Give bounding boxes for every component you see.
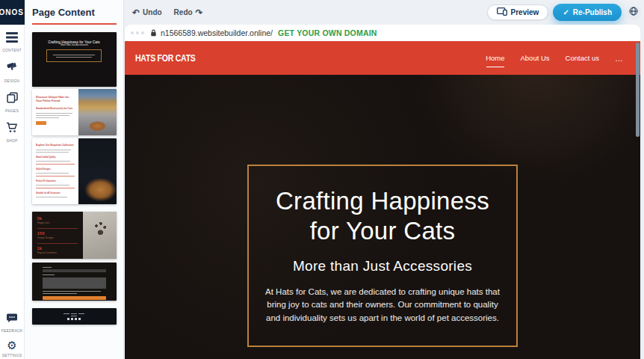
nav-item-contact[interactable]: Contact us	[566, 54, 599, 62]
text-line	[56, 57, 92, 58]
devices-icon	[497, 7, 507, 17]
thumb-textarea-field	[43, 277, 106, 289]
window-dot	[131, 31, 134, 34]
stat-row: 5k Happy Cats	[37, 216, 78, 229]
republish-label: Re-Publish	[573, 8, 612, 16]
text-line	[71, 313, 77, 314]
thumb-stats-list: 5k Happy Cats 150 Unique Designs 1k Repe…	[32, 212, 83, 259]
sidebar-item-pages[interactable]: PAGES	[0, 92, 25, 113]
panel-title-underline	[32, 23, 117, 25]
thumbnail-collection-section[interactable]: Explore Our Exquisite Collection Hand-Cr…	[32, 138, 117, 204]
redo-icon: ↷	[196, 9, 203, 16]
thumb-submit-button	[43, 296, 106, 300]
republish-button[interactable]: ✓ Re-Publish	[553, 4, 622, 21]
undo-icon: ↶	[132, 9, 140, 16]
footer-links-row	[64, 313, 84, 314]
text-line	[53, 55, 95, 55]
sidebar-item-label: SHOP	[7, 138, 18, 143]
item-label: Suitable for All Occasions	[36, 191, 74, 194]
preview-button[interactable]: Preview	[487, 4, 549, 20]
stat-value: 1k	[37, 246, 78, 251]
text-line	[64, 313, 69, 314]
thumbnail-stats-section[interactable]: 5k Happy Cats 150 Unique Designs 1k Repe…	[32, 212, 117, 259]
gear-icon: ⚙	[7, 340, 16, 351]
globe-icon	[629, 7, 638, 18]
stat-row: 1k Repeat Customers	[37, 246, 78, 256]
cat-street-photo	[78, 89, 117, 135]
rail-nav: CONTENT DESIGN PAGES SHOP	[0, 32, 24, 143]
thumbnail-discover-section[interactable]: Discover Unique Hats for Your Feline Fri…	[32, 89, 117, 135]
check-icon: ✓	[563, 8, 569, 16]
thumb-cta-button	[36, 121, 46, 125]
hero-body-text[interactable]: At Hats for Cats, we are dedicated to cr…	[259, 286, 506, 325]
stat-value: 5k	[37, 216, 78, 221]
nav-item-about[interactable]: About Us	[521, 54, 550, 62]
item-label: Perfect Fit Guarantee	[36, 180, 74, 182]
stat-value: 150	[37, 231, 78, 236]
thumb-input-field	[43, 269, 106, 272]
nav-item-home[interactable]: Home	[486, 54, 504, 62]
window-control-dots	[131, 31, 144, 34]
text-line	[36, 185, 70, 185]
language-globe-button[interactable]	[626, 5, 641, 20]
text-line	[36, 173, 69, 174]
stat-label: Happy Cats	[37, 221, 78, 224]
sidebar-item-shop[interactable]: SHOP	[0, 122, 25, 143]
sidebar-item-content[interactable]: CONTENT	[0, 32, 25, 52]
redo-button[interactable]: Redo ↷	[174, 8, 203, 16]
ionos-logo[interactable]: IONOS	[0, 0, 25, 25]
hero-title[interactable]: Crafting Happiness for Your Cats	[259, 186, 506, 245]
sidebar-item-feedback[interactable]: FEEDBACK	[0, 313, 25, 333]
hero-bordered-box: Crafting Happiness for Your Cats More th…	[247, 165, 518, 347]
undo-label: Undo	[143, 8, 162, 16]
toolbar-right-group: Preview ✓ Re-Publish	[487, 4, 641, 21]
divider	[36, 188, 75, 188]
text-line	[36, 161, 71, 162]
site-nav: Home About Us Contact us …	[486, 54, 624, 63]
sidebar-item-label: FEEDBACK	[1, 328, 23, 333]
sidebar-item-settings[interactable]: ⚙ SETTINGS	[0, 340, 25, 358]
sidebar-item-label: SETTINGS	[2, 353, 22, 358]
thumb-collection-item: Hand-Crafted Quality	[36, 156, 75, 165]
thumb-collection-heading: Explore Our Exquisite Collection	[36, 144, 75, 147]
text-line	[36, 117, 59, 118]
browser-chrome-bar: n1566589.websitebuilder.online/ GET YOUR…	[125, 25, 640, 41]
social-icons-row	[67, 318, 81, 320]
thumbnail-contact-form-section[interactable]	[32, 263, 117, 301]
thumb-discover-subheading: Handcrafted Exclusively for Cats	[36, 107, 74, 110]
thumbnail-hero-section[interactable]: Crafting Happiness for Your Cats More th…	[32, 32, 117, 87]
nav-more-menu[interactable]: …	[615, 54, 624, 63]
redo-label: Redo	[174, 8, 193, 16]
text-line	[43, 291, 101, 292]
divider	[36, 164, 75, 165]
canvas-toolbar: ↶ Undo Redo ↷ Preview ✓ Re-Publish	[125, 0, 644, 25]
text-line	[36, 113, 72, 114]
sidebar-item-design[interactable]: DESIGN	[0, 61, 25, 83]
stat-label: Unique Designs	[37, 236, 78, 239]
site-brand-logo[interactable]: HATS FOR CATS	[135, 53, 196, 64]
thumbnail-footer-section[interactable]	[32, 308, 117, 325]
left-rail: IONOS CONTENT DESIGN PAGES	[0, 0, 25, 359]
social-icon	[78, 318, 81, 320]
hero-subtitle[interactable]: More than Just Accessories	[259, 258, 506, 274]
website-preview: HATS FOR CATS Home About Us Contact us ……	[125, 41, 640, 359]
thumb-collection-item: Stylish Designs	[36, 168, 75, 177]
thumb-hero-bordered-box	[46, 49, 102, 62]
section-thumbnails: Crafting Happiness for Your Cats More th…	[25, 32, 123, 325]
lock-icon	[150, 26, 157, 40]
site-url: n1566589.websitebuilder.online/	[161, 28, 273, 37]
stat-row: 150 Unique Designs	[37, 231, 78, 244]
paw-print-photo	[83, 212, 117, 259]
window-dot	[136, 31, 139, 34]
cat-fur-photo	[78, 138, 117, 204]
undo-redo-group: ↶ Undo Redo ↷	[132, 8, 203, 16]
sidebar-item-label: CONTENT	[2, 48, 22, 52]
canvas-scrollbar[interactable]	[636, 43, 640, 137]
thumb-collection-text: Explore Our Exquisite Collection Hand-Cr…	[32, 138, 78, 204]
undo-button[interactable]: ↶ Undo	[132, 8, 162, 16]
site-header: HATS FOR CATS Home About Us Contact us …	[125, 41, 640, 75]
text-line	[36, 152, 69, 153]
get-domain-link[interactable]: GET YOUR OWN DOMAIN	[278, 28, 377, 37]
panel-title: Page Content	[32, 7, 123, 18]
window-dot	[141, 31, 144, 34]
